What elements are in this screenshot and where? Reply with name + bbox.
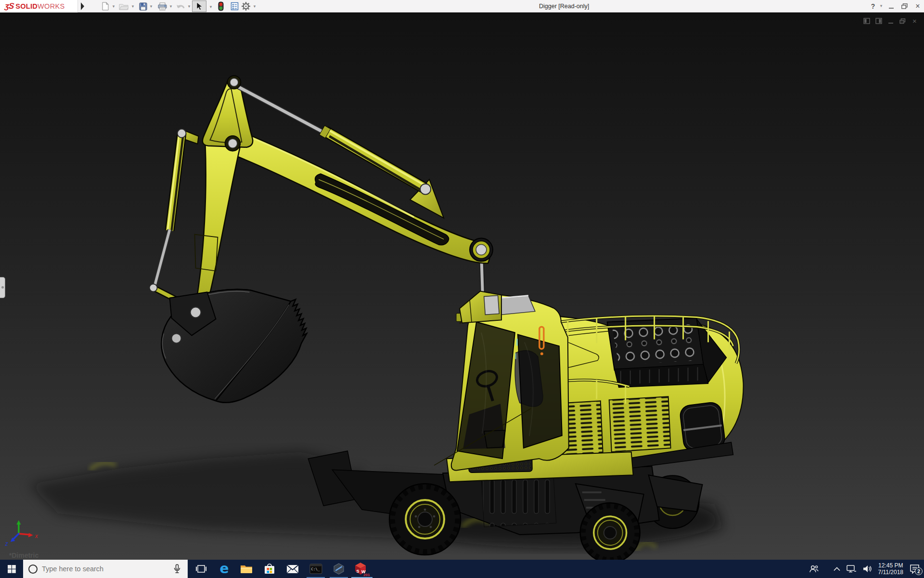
close-button[interactable]: × — [912, 0, 923, 13]
file-properties-button[interactable] — [229, 1, 240, 11]
display-pane-icon[interactable] — [863, 17, 870, 25]
sw-year-label: 2017 — [363, 573, 370, 577]
system-tray: 12:45 PM 7/11/2018 2 — [809, 560, 924, 578]
store-icon[interactable] — [258, 560, 281, 578]
child-minimize-button[interactable] — [887, 17, 894, 25]
cmd-prompt-text: C:\_ — [311, 567, 320, 571]
task-view-button[interactable] — [190, 560, 212, 578]
cortana-icon — [28, 565, 38, 574]
tray-chevron-up-icon[interactable] — [834, 567, 840, 571]
orientation-triad: x z — [5, 520, 38, 547]
menu-flyout-arrow-icon[interactable] — [81, 2, 84, 10]
help-button[interactable]: ? — [869, 0, 877, 13]
new-document-button[interactable] — [100, 1, 111, 11]
tray-time: 12:45 PM — [878, 562, 904, 569]
action-center-icon[interactable]: 2 — [910, 564, 920, 574]
volume-icon[interactable] — [863, 565, 872, 573]
print-dropdown-chevron[interactable]: ▾ — [168, 4, 173, 9]
window-title: Digger [Read-only] — [539, 3, 589, 10]
excavator-cab — [434, 295, 569, 470]
microphone-icon[interactable] — [173, 564, 181, 574]
save-button[interactable] — [138, 1, 148, 11]
options-dropdown-chevron[interactable]: ▾ — [252, 4, 257, 9]
undo-button[interactable] — [175, 1, 186, 11]
view-orientation-label: *Dimetric — [9, 552, 39, 559]
triad-x-label: x — [35, 533, 38, 539]
minimize-button[interactable] — [886, 0, 896, 13]
search-input[interactable] — [42, 565, 162, 573]
network-icon[interactable] — [847, 565, 857, 573]
solidworks-logo: ʒS SOLIDWORKS — [0, 0, 78, 13]
panel-expand-dot-icon — [1, 286, 4, 289]
file-explorer-icon[interactable] — [235, 560, 257, 578]
svg-text:S: S — [357, 569, 359, 574]
tray-clock[interactable]: 12:45 PM 7/11/2018 — [878, 562, 904, 576]
child-restore-button[interactable] — [899, 17, 906, 25]
command-prompt-icon[interactable]: C:\_ — [305, 560, 327, 578]
options-button[interactable] — [241, 1, 251, 11]
taskbar-search[interactable] — [23, 560, 188, 578]
title-bar: ʒS SOLIDWORKS ▾ ▾ ▾ ▾ ▾ ▾ ▾ Digger [Read… — [0, 0, 924, 13]
feature-pane-icon[interactable] — [875, 17, 882, 25]
brand-works: WORKS — [38, 2, 64, 10]
edrawings-icon[interactable] — [328, 560, 350, 578]
document-window-controls: × — [863, 17, 918, 25]
brand-solid: SOLID — [15, 2, 38, 10]
solidworks-app-icon[interactable]: SW2017 — [351, 560, 373, 578]
notification-badge: 2 — [915, 567, 923, 575]
help-dropdown-chevron[interactable]: ▾ — [879, 3, 884, 8]
excavator-hydraulic-cylinders — [150, 76, 431, 311]
edge-icon[interactable]: e — [213, 560, 235, 578]
graphics-viewport[interactable]: x z *Dimetric × — [0, 13, 924, 560]
people-icon[interactable] — [809, 565, 819, 573]
panel-expand-tab[interactable] — [0, 277, 5, 298]
undo-dropdown-chevron[interactable]: ▾ — [187, 4, 192, 9]
child-close-button[interactable]: × — [911, 17, 918, 25]
print-button[interactable] — [157, 1, 167, 11]
tray-date: 7/11/2018 — [878, 569, 904, 576]
select-dropdown-chevron[interactable]: ▾ — [208, 4, 213, 9]
open-dropdown-chevron[interactable]: ▾ — [130, 4, 135, 9]
select-tool-button[interactable] — [192, 0, 206, 12]
start-button[interactable] — [0, 560, 23, 578]
save-dropdown-chevron[interactable]: ▾ — [149, 4, 154, 9]
open-button[interactable] — [118, 1, 129, 11]
new-dropdown-chevron[interactable]: ▾ — [111, 4, 116, 9]
solidworks-logo-icon: ʒS — [4, 1, 14, 11]
windows-taskbar: e C:\_ SW2017 12:45 PM 7/11/2 — [0, 560, 924, 578]
restore-button[interactable] — [899, 0, 910, 13]
mail-icon[interactable] — [282, 560, 304, 578]
excavator-stick — [179, 77, 253, 316]
rebuild-button[interactable] — [216, 1, 226, 11]
triad-z-label: z — [5, 540, 8, 547]
excavator-bucket — [161, 289, 307, 403]
3d-model-digger[interactable]: x z *Dimetric — [0, 13, 924, 560]
